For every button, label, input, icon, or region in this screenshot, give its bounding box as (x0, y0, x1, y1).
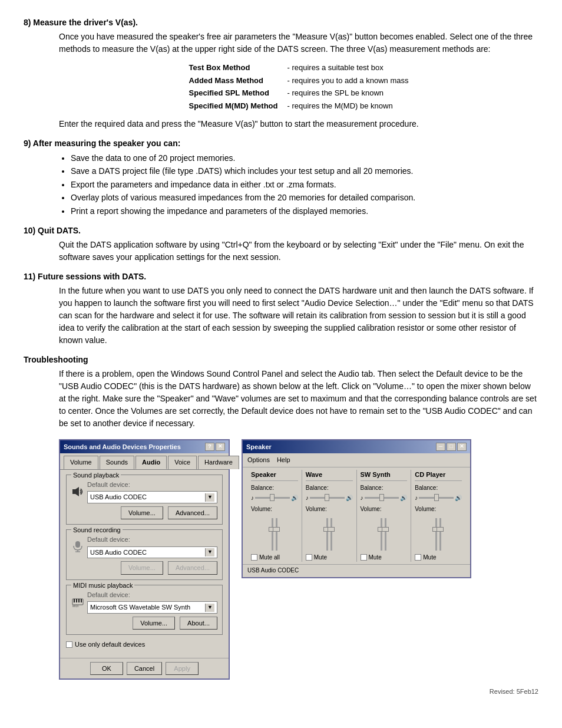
close-button[interactable]: ✕ (216, 443, 225, 451)
section-10-title: 10) Quit DATS. (24, 226, 538, 235)
volume-slider[interactable] (306, 515, 353, 551)
midi-btn-row: Volume... About... (71, 617, 217, 630)
mute-checkbox[interactable] (251, 554, 257, 561)
list-item: Export the parameters and impedance data… (71, 178, 538, 191)
channel-name: SW Synth (361, 470, 408, 482)
playback-dropdown[interactable]: USB Audio CODEC ▼ (87, 491, 217, 503)
recording-dropdown-arrow: ▼ (205, 548, 214, 556)
midi-group-label: MIDI music playback (71, 581, 134, 591)
svg-rect-7 (76, 599, 77, 602)
recording-advanced-btn[interactable]: Advanced... (168, 561, 217, 575)
channel-name: CD Player (415, 470, 462, 482)
recording-btn-row: Volume... Advanced... (71, 561, 217, 575)
balance-label: Balance: (251, 483, 298, 492)
balance-slider[interactable]: ♪ 🔊 (251, 493, 298, 502)
troubleshooting-section: Troubleshooting If there is a problem, o… (24, 355, 538, 680)
svg-marker-1 (75, 487, 79, 496)
list-item: Save the data to one of 20 project memor… (71, 151, 538, 164)
tab-audio[interactable]: Audio (135, 456, 167, 469)
playback-group: Sound playback Default device: (66, 475, 223, 525)
section-8: 8) Measure the driver's V(as). Once you … (24, 18, 538, 130)
revised-text: Revised: 5Feb12 (24, 688, 538, 695)
mixer-restore-btn[interactable]: □ (447, 443, 456, 451)
method-desc: - requires you to add a known mass (283, 74, 414, 87)
tab-voice[interactable]: Voice (168, 456, 197, 469)
recording-volume-btn[interactable]: Volume... (121, 561, 163, 575)
svg-rect-6 (74, 599, 75, 602)
balance-slider[interactable]: ♪ 🔊 (415, 493, 462, 502)
vol-thumb-right (382, 527, 389, 532)
tab-sounds[interactable]: Sounds (100, 456, 134, 469)
midi-volume-btn[interactable]: Volume... (133, 617, 175, 630)
balance-right-icon: 🔊 (400, 493, 407, 502)
midi-device: Microsoft GS Wavetable SW Synth (90, 602, 205, 612)
list-item: Print a report showing the impedance and… (71, 205, 538, 218)
volume-slider[interactable] (415, 515, 462, 551)
mixer-dialog: Speaker ─ □ ✕ Options Help Speaker Balan… (242, 439, 471, 579)
vol-track-left (435, 518, 437, 551)
midi-row: MIDI Default device: Microsoft GS Waveta… (71, 590, 217, 614)
balance-thumb (325, 494, 329, 501)
method-name: Specified SPL Method (184, 87, 283, 100)
svg-rect-2 (75, 541, 80, 548)
section-11: 11) Future sessions with DATS. In the fu… (24, 272, 538, 347)
mixer-titlebar: Speaker ─ □ ✕ (243, 440, 470, 454)
balance-left-icon: ♪ (251, 493, 254, 502)
mute-checkbox[interactable] (361, 554, 367, 561)
mute-row: Mute (415, 553, 462, 562)
ok-button[interactable]: OK (90, 662, 123, 676)
mixer-channels: Speaker Balance: ♪ 🔊 Volume: Mute all Wa… (243, 467, 470, 565)
volume-label: Volume: (306, 505, 353, 513)
vol-track-right (385, 518, 386, 551)
apply-button[interactable]: Apply (166, 662, 199, 676)
recording-group-label: Sound recording (71, 525, 123, 535)
playback-advanced-btn[interactable]: Advanced... (168, 506, 217, 520)
playback-dropdown-arrow: ▼ (205, 493, 214, 502)
playback-volume-btn[interactable]: Volume... (121, 506, 163, 520)
balance-left-icon: ♪ (361, 493, 363, 502)
section-11-para: In the future when you want to use DATS … (59, 285, 538, 347)
sounds-dialog: Sounds and Audio Devices Properties ? ✕ … (59, 439, 230, 680)
default-devices-checkbox[interactable] (66, 641, 72, 648)
help-button[interactable]: ? (205, 443, 214, 451)
troubleshooting-para: If there is a problem, open the Windows … (59, 368, 538, 430)
balance-slider[interactable]: ♪ 🔊 (361, 493, 408, 502)
checkbox-row: Use only default devices (66, 640, 223, 650)
mute-checkbox[interactable] (415, 554, 421, 561)
svg-rect-0 (72, 489, 75, 494)
svg-rect-9 (81, 599, 82, 602)
volume-slider[interactable] (251, 515, 298, 551)
mixer-channel: Wave Balance: ♪ 🔊 Volume: Mute (302, 470, 357, 562)
channel-name: Speaker (251, 470, 298, 482)
tab-volume[interactable]: Volume (64, 456, 98, 469)
balance-track (365, 497, 399, 499)
tab-hardware[interactable]: Hardware (198, 456, 239, 469)
mute-label: Mute (314, 553, 327, 562)
mixer-footer: USB Audio CODEC (243, 564, 470, 577)
balance-left-icon: ♪ (415, 493, 418, 502)
vol-thumb-right (437, 527, 444, 532)
recording-device: USB Audio CODEC (90, 548, 205, 558)
svg-text:MIDI: MIDI (72, 604, 79, 608)
playback-row: Default device: USB Audio CODEC ▼ (71, 480, 217, 503)
midi-about-btn[interactable]: About... (180, 617, 217, 630)
midi-dropdown[interactable]: Microsoft GS Wavetable SW Synth ▼ (87, 601, 217, 614)
balance-slider[interactable]: ♪ 🔊 (306, 493, 353, 502)
mixer-help-menu[interactable]: Help (277, 455, 290, 465)
recording-dropdown[interactable]: USB Audio CODEC ▼ (87, 546, 217, 559)
mute-row: Mute (361, 553, 408, 562)
cancel-button[interactable]: Cancel (127, 662, 162, 676)
mixer-options-menu[interactable]: Options (247, 455, 270, 465)
balance-label: Balance: (361, 483, 408, 492)
list-item: Overlay plots of various measured impeda… (71, 191, 538, 204)
speaker-playback-icon (71, 485, 84, 498)
mixer-close-btn[interactable]: ✕ (457, 443, 467, 451)
mixer-title: Speaker (246, 442, 272, 452)
balance-track (310, 497, 345, 499)
mute-checkbox[interactable] (306, 554, 312, 561)
sounds-bottom-btns: OK Cancel Apply (60, 658, 229, 679)
volume-slider[interactable] (361, 515, 408, 551)
mixer-minimize-btn[interactable]: ─ (436, 443, 445, 451)
vol-track-right (439, 518, 441, 551)
mixer-menu: Options Help (243, 453, 470, 467)
